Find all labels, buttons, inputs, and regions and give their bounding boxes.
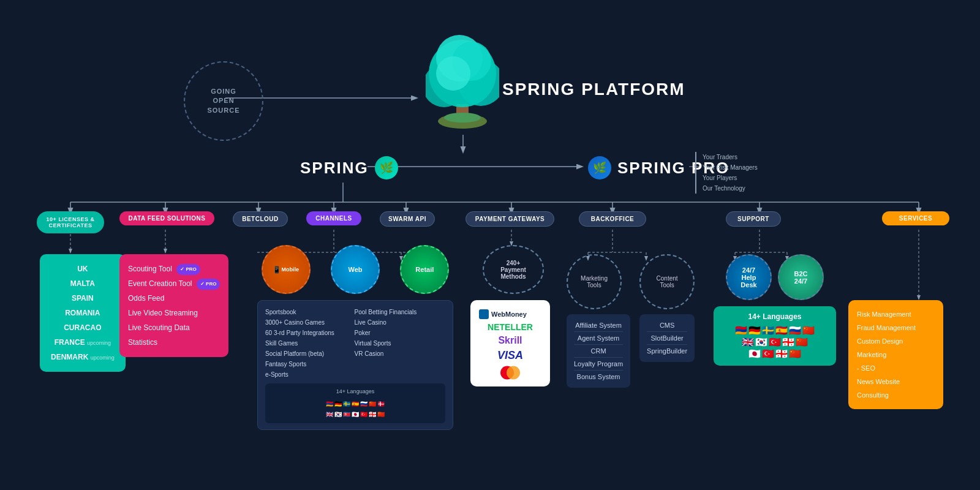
license-list: UK MALTA SPAIN ROMANIA CURACAO FRANCE up… xyxy=(40,254,126,372)
payment-box: WebMoney NETELLER Skrill VISA xyxy=(470,300,550,386)
channels-section: 📱 Mobile Web Retail Sportsbook 3000+ Cas… xyxy=(257,245,453,430)
webmoney-icon xyxy=(479,309,489,319)
ch-item-5: Social Platform (beta) xyxy=(265,349,352,359)
backoffice-col2: Content Tools CMS SlotBuilder SpringBuil… xyxy=(639,254,695,388)
channel-web: Web xyxy=(331,245,380,294)
bo-affiliate: Affiliate System xyxy=(574,319,623,332)
cat-licenses: 10+ LICENSES & CERTIFICATES xyxy=(37,211,104,233)
cms-item: CMS xyxy=(647,319,687,332)
cat-betcloud-label: BETCLOUD xyxy=(242,216,279,222)
sflag-10: 🇬🇪 xyxy=(782,336,794,348)
ch-item-11: Virtual Sports xyxy=(355,338,441,349)
cat-swarmapi: SWARM API xyxy=(380,211,435,227)
channel-circles: 📱 Mobile Web Retail xyxy=(257,245,453,294)
services-section: Risk Management Fraud Management Custom … xyxy=(848,300,943,409)
support-langs-box: 14+ Languages 🇦🇲🇩🇪🇸🇪🇪🇸🇷🇺🇨🇳 🇬🇧🇰🇷🇹🇷🇬🇪🇨🇳 🇯🇵… xyxy=(714,306,836,366)
flag-2: 🇩🇪 xyxy=(334,399,342,409)
license-france-upcoming: upcoming xyxy=(87,340,111,346)
payment-skrill: Skrill xyxy=(479,335,541,346)
channels-flag-row: 🇦🇲🇩🇪🇸🇪🇪🇸🇷🇺🇨🇳🇩🇰 xyxy=(270,399,440,409)
channels-col1: Sportsbook 3000+ Casino Games 60 3-rd Pa… xyxy=(265,307,352,380)
cat-channels: CHANNELS xyxy=(306,211,361,225)
payment-mastercard xyxy=(479,365,541,380)
ch-item-3: 60 3-rd Party Integrations xyxy=(265,328,352,338)
backoffice-section: Marketing Tools Affiliate System Agent S… xyxy=(567,254,695,388)
license-uk: UK xyxy=(51,262,115,276)
cat-services: SERVICES xyxy=(882,211,949,225)
cat-services-label: SERVICES xyxy=(899,215,932,222)
sflag-11: 🇨🇳 xyxy=(796,336,808,348)
payment-neteller: NETELLER xyxy=(479,322,541,332)
svg-point-43 xyxy=(507,366,520,380)
payment-count: 240+ Payment Methods xyxy=(500,260,526,280)
service-3: Custom Design xyxy=(857,334,935,348)
flag-3: 🇸🇪 xyxy=(343,399,350,409)
flag-9: 🇰🇷 xyxy=(334,409,342,420)
sflag-6: 🇨🇳 xyxy=(802,325,815,336)
spring-node: SPRING 🌿 xyxy=(300,156,398,179)
support-lang-title: 14+ Languages xyxy=(721,312,829,321)
marketing-tools-circle: Marketing Tools xyxy=(567,254,622,309)
sflag-1: 🇦🇲 xyxy=(735,325,747,336)
ch-item-8: Pool Betting Financials xyxy=(355,307,441,317)
cat-support: SUPPORT xyxy=(726,211,781,227)
spring-pro-info: Your Traders Your Risk Managers Your Pla… xyxy=(695,152,758,194)
flag-6: 🇨🇳 xyxy=(369,399,376,409)
spring-pro-info-line4: Our Technology xyxy=(703,183,758,194)
pro-badge-1: ✓ PRO xyxy=(176,264,200,275)
open-source-label: GOING OPEN SOURCE xyxy=(207,87,239,115)
cat-betcloud: BETCLOUD xyxy=(233,211,288,227)
datafeed-item-6: Statistics xyxy=(128,335,220,350)
cat-licenses-label: 10+ LICENSES & CERTIFICATES xyxy=(47,216,95,228)
support-b2c-circle: B2C 24/7 xyxy=(778,254,824,300)
channels-languages-bar: 14+ Languages 🇦🇲🇩🇪🇸🇪🇪🇸🇷🇺🇨🇳🇩🇰 🇬🇧🇰🇷🇰🇵🇯🇵🇹🇷🇬… xyxy=(265,383,445,423)
flag-8: 🇬🇧 xyxy=(326,409,333,420)
service-4: Marketing xyxy=(857,348,935,361)
backoffice-col1: Marketing Tools Affiliate System Agent S… xyxy=(567,254,630,388)
ch-item-2: 3000+ Casino Games xyxy=(265,317,352,328)
datafeed-item-4: Live Video Streaming xyxy=(128,306,220,320)
flag-10: 🇰🇵 xyxy=(343,409,350,420)
ch-item-12: VR Casion xyxy=(355,349,441,359)
channel-mobile: 📱 Mobile xyxy=(262,245,311,294)
pro-badge-2: ✓ PRO xyxy=(197,279,221,290)
datafeed-item-5: Live Scouting Data xyxy=(128,320,220,335)
license-romania: ROMANIA xyxy=(51,306,115,320)
bo-agent: Agent System xyxy=(574,332,623,345)
service-1: Risk Management xyxy=(857,307,935,321)
sflag-2: 🇩🇪 xyxy=(748,325,761,336)
channels-lang-label: 14+ Languages xyxy=(270,387,440,396)
sflag-4: 🇪🇸 xyxy=(775,325,788,336)
sflag-13: 🇹🇷 xyxy=(762,348,774,360)
license-curacao: CURACAO xyxy=(51,320,115,335)
flag-11: 🇯🇵 xyxy=(352,409,359,420)
ch-item-7: e-Sports xyxy=(265,369,352,380)
license-france: FRANCE upcoming xyxy=(51,335,115,350)
bo-bonus: Bonus System xyxy=(574,371,623,383)
flag-12: 🇹🇷 xyxy=(360,409,368,420)
license-malta: MALTA xyxy=(51,276,115,291)
spring-pro-info-line2: Your Risk Managers xyxy=(703,162,758,173)
cat-datafeed-label: DATA FEED SOLUTIONS xyxy=(129,215,206,222)
spring-pro-info-line3: Your Players xyxy=(703,173,758,183)
svg-point-35 xyxy=(444,113,481,123)
bo-loyalty: Loyalty Program xyxy=(574,358,623,371)
cat-backoffice-label: BACKOFFICE xyxy=(591,216,635,222)
spring-pro-icon: 🌿 xyxy=(588,156,611,179)
sflag-9: 🇹🇷 xyxy=(769,336,781,348)
sflag-7: 🇬🇧 xyxy=(742,336,754,348)
open-source-node: GOING OPEN SOURCE xyxy=(184,61,263,141)
content-tools-circle: Content Tools xyxy=(639,254,695,309)
sflag-15: 🇨🇳 xyxy=(789,348,801,360)
license-denmark-upcoming: upcoming xyxy=(91,355,115,361)
support-flags-row2: 🇬🇧🇰🇷🇹🇷🇬🇪🇨🇳 xyxy=(721,336,829,348)
main-diagram: SPRING PLATFORM GOING OPEN SOURCE SPRING… xyxy=(0,0,980,490)
cat-channels-label: CHANNELS xyxy=(315,215,352,222)
channel-retail-label: Retail xyxy=(415,266,434,273)
spring-icon: 🌿 xyxy=(375,156,398,179)
channels-col2: Pool Betting Financials Live Casino Poke… xyxy=(355,307,441,359)
ch-item-9: Live Casino xyxy=(355,317,441,328)
payment-visa: VISA xyxy=(479,349,541,362)
spring-label: SPRING xyxy=(300,159,369,178)
sflag-12: 🇯🇵 xyxy=(748,348,761,360)
